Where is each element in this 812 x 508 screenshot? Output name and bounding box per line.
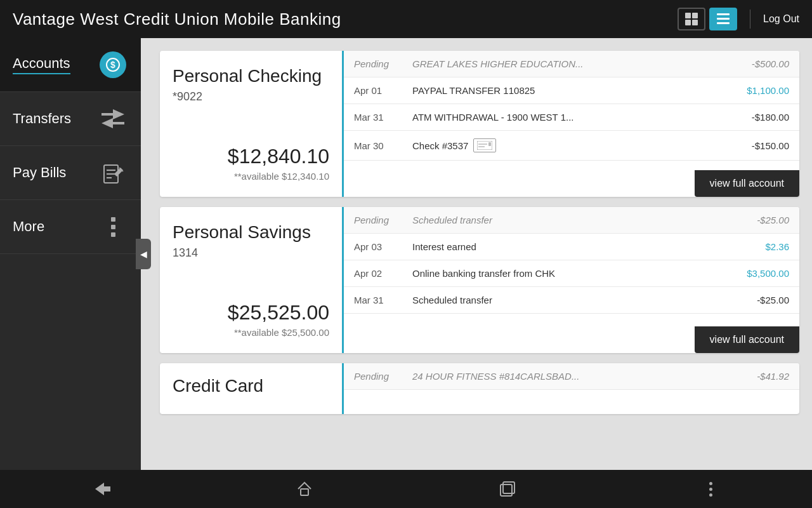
view-full-account-button-savings[interactable]: view full account: [695, 326, 799, 353]
trans-desc: Check #3537: [412, 138, 724, 152]
sidebar-item-more[interactable]: More: [0, 200, 141, 254]
account-card-savings: Personal Savings 1314 $25,525.00 **avail…: [160, 207, 799, 353]
paybills-icon: [98, 157, 128, 188]
svg-rect-21: [501, 485, 512, 496]
table-row: Apr 02 Online banking transfer from CHK …: [344, 260, 799, 287]
svg-rect-6: [717, 22, 730, 24]
accounts-icon: $: [98, 50, 128, 80]
svg-rect-2: [685, 20, 691, 25]
svg-rect-19: [488, 142, 491, 146]
sidebar-collapse-button[interactable]: ◀: [136, 239, 151, 269]
view-full-account-button-checking[interactable]: view full account: [695, 170, 799, 197]
trans-date: Apr 03: [354, 241, 405, 252]
trans-amount: -$25.00: [732, 295, 789, 305]
trans-date: Mar 30: [354, 140, 405, 151]
home-button[interactable]: [285, 475, 324, 503]
account-number-checking: *9022: [173, 90, 329, 104]
trans-date: Pending: [354, 215, 405, 225]
table-row: Apr 01 PAYPAL TRANSFER 110825 $1,100.00: [344, 77, 799, 104]
trans-date: Pending: [354, 58, 405, 69]
trans-desc: PAYPAL TRANSFER 110825: [412, 85, 724, 96]
account-number-savings: 1314: [173, 246, 329, 260]
account-right-savings: Pending Scheduled transfer -$25.00 Apr 0…: [344, 207, 799, 353]
view-full-btn-checking: view full account: [344, 170, 799, 197]
divider: [750, 10, 750, 29]
recent-apps-button[interactable]: [488, 475, 527, 503]
svg-text:$: $: [110, 60, 115, 70]
svg-rect-3: [692, 20, 698, 25]
top-bar-controls: Log Out: [678, 8, 799, 30]
trans-desc: 24 HOUR FITNESS #814CARLSBAD...: [412, 371, 724, 382]
account-right-credit: Pending 24 HOUR FITNESS #814CARLSBAD... …: [344, 363, 799, 414]
back-button[interactable]: [82, 475, 121, 503]
view-full-btn-savings: view full account: [344, 326, 799, 353]
table-row: Pending Scheduled transfer -$25.00: [344, 207, 799, 234]
account-right-checking: Pending GREAT LAKES HIGHER EDUCATION... …: [344, 51, 799, 197]
svg-rect-22: [503, 482, 514, 493]
trans-desc: ATM WITHDRAWAL - 1900 WEST 1...: [412, 112, 724, 123]
trans-date: Mar 31: [354, 295, 405, 305]
trans-date: Mar 31: [354, 112, 405, 123]
trans-amount: -$500.00: [732, 58, 789, 69]
svg-rect-20: [301, 489, 308, 495]
transactions-savings: Pending Scheduled transfer -$25.00 Apr 0…: [344, 207, 799, 326]
nav-more-button[interactable]: [691, 475, 730, 503]
trans-amount: -$25.00: [732, 215, 789, 225]
account-available-checking: **available $12,340.10: [173, 171, 329, 182]
trans-amount: -$180.00: [732, 112, 789, 123]
account-balance-savings: $25,525.00: [173, 301, 329, 324]
main-layout: Accounts $ Transfers Pa: [0, 38, 812, 470]
list-view-button[interactable]: [709, 8, 737, 30]
trans-amount: $3,500.00: [732, 268, 789, 279]
sidebar-label-accounts: Accounts: [13, 55, 70, 74]
trans-date: Pending: [354, 371, 405, 382]
trans-date: Apr 01: [354, 85, 405, 96]
trans-amount: $2.36: [732, 241, 789, 252]
trans-desc: Scheduled transfer: [412, 215, 724, 225]
table-row: Mar 31 Scheduled transfer -$25.00: [344, 287, 799, 314]
account-name-savings: Personal Savings: [173, 222, 329, 243]
account-left-checking: Personal Checking *9022 $12,840.10 **ava…: [160, 51, 344, 197]
trans-date: Apr 02: [354, 268, 405, 279]
svg-marker-10: [102, 118, 124, 128]
sidebar: Accounts $ Transfers Pa: [0, 38, 141, 470]
sidebar-label-paybills: Pay Bills: [13, 164, 66, 181]
three-dots-icon: [709, 482, 712, 497]
trans-desc: Scheduled transfer: [412, 295, 724, 305]
account-name-checking: Personal Checking: [173, 66, 329, 86]
sidebar-item-transfers[interactable]: Transfers: [0, 92, 141, 146]
check-image-icon: [473, 138, 496, 152]
account-card-credit: Credit Card Pending 24 HOUR FITNESS #814…: [160, 363, 799, 414]
sidebar-label-more: More: [13, 218, 44, 235]
trans-desc: Interest earned: [412, 241, 724, 252]
account-left-savings: Personal Savings 1314 $25,525.00 **avail…: [160, 207, 344, 353]
svg-rect-5: [717, 18, 730, 20]
transactions-checking: Pending GREAT LAKES HIGHER EDUCATION... …: [344, 51, 799, 170]
svg-rect-4: [717, 13, 730, 15]
trans-desc: GREAT LAKES HIGHER EDUCATION...: [412, 58, 724, 69]
table-row: Mar 31 ATM WITHDRAWAL - 1900 WEST 1... -…: [344, 104, 799, 131]
svg-rect-1: [692, 13, 698, 18]
grid-view-button[interactable]: [678, 8, 705, 30]
app-title: Vantage West Credit Union Mobile Banking: [13, 10, 341, 29]
trans-amount: -$150.00: [732, 140, 789, 151]
sidebar-item-accounts[interactable]: Accounts $: [0, 38, 141, 92]
sidebar-label-transfers: Transfers: [13, 110, 71, 127]
account-balance-checking: $12,840.10: [173, 145, 329, 168]
table-row: Pending 24 HOUR FITNESS #814CARLSBAD... …: [344, 363, 799, 390]
svg-rect-0: [685, 13, 691, 18]
account-left-credit: Credit Card: [160, 363, 344, 414]
trans-amount: $1,100.00: [732, 85, 789, 96]
logout-button[interactable]: Log Out: [763, 13, 799, 25]
trans-amount: -$41.92: [732, 371, 789, 382]
account-card-checking: Personal Checking *9022 $12,840.10 **ava…: [160, 51, 799, 197]
view-toggle: [678, 8, 737, 30]
content-area: Personal Checking *9022 $12,840.10 **ava…: [141, 38, 812, 470]
svg-marker-9: [102, 109, 124, 119]
sidebar-item-paybills[interactable]: Pay Bills: [0, 146, 141, 200]
account-available-savings: **available $25,500.00: [173, 327, 329, 338]
top-bar: Vantage West Credit Union Mobile Banking…: [0, 0, 812, 38]
table-row: Apr 03 Interest earned $2.36: [344, 234, 799, 260]
table-row: Pending GREAT LAKES HIGHER EDUCATION... …: [344, 51, 799, 77]
table-row: Mar 30 Check #3537 -$150.00: [344, 131, 799, 161]
